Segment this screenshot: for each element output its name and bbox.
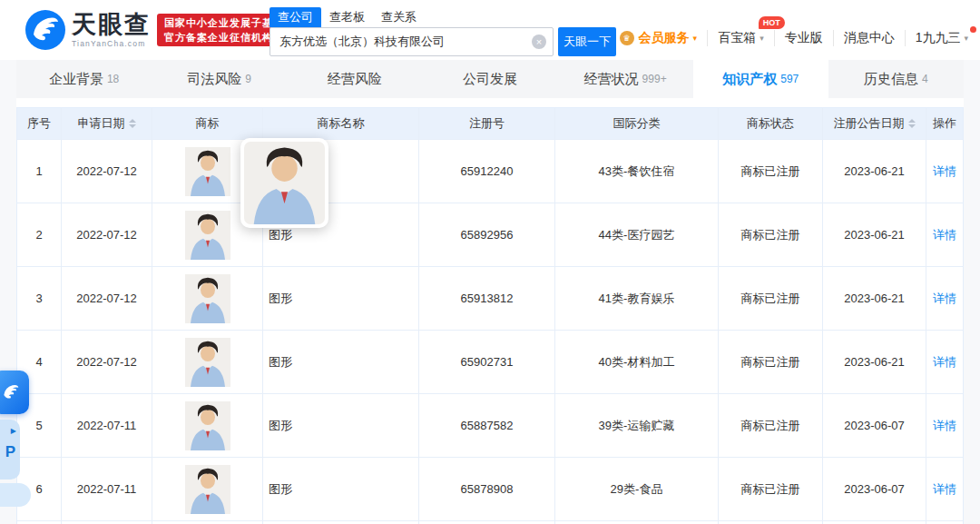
search-tabs: 查公司 查老板 查关系: [270, 7, 616, 27]
cell-trademark: [152, 267, 262, 330]
cell-trademark-name: 图形: [262, 394, 418, 457]
notification-dot: [970, 26, 976, 33]
tab-intellectual-property[interactable]: 知识产权 597: [693, 60, 828, 98]
search-module: 查公司 查老板 查关系 × 天眼一下: [270, 7, 616, 56]
detail-link[interactable]: 详情: [933, 163, 956, 180]
detail-link[interactable]: 详情: [933, 481, 956, 498]
app-float-button[interactable]: [0, 371, 29, 414]
brand-stack[interactable]: 天眼查 TianYanCha.com: [72, 12, 151, 48]
app-download-float[interactable]: ▶ P: [0, 420, 20, 480]
col-reg-no: 注册号: [418, 108, 554, 139]
nav-pro-label: 专业版: [785, 30, 823, 46]
nav-message-center[interactable]: 消息中心: [833, 30, 905, 46]
search-button[interactable]: 天眼一下: [558, 27, 616, 56]
cell-apply-date: 2022-07-11: [61, 394, 152, 457]
cell-reg-no: 65887582: [418, 394, 554, 457]
tab-history-info[interactable]: 历史信息 4: [828, 60, 964, 98]
table-row: 6 2022-07-11 图形 65878908 29类-食品 商标已注册 20…: [17, 457, 963, 520]
tianyancha-logo-icon[interactable]: [25, 10, 65, 50]
play-arrow-icon: ▶: [11, 427, 16, 435]
cell-intl-class: 39类-运输贮藏: [554, 394, 718, 457]
tab-company-background[interactable]: 企业背景 18: [16, 60, 152, 98]
cell-apply-date: 2022-07-12: [61, 203, 152, 266]
tab-count: 999+: [642, 73, 667, 85]
brand-domain: TianYanCha.com: [72, 39, 151, 48]
nav-vip-services[interactable]: ♛ 会员服务 ▾: [610, 30, 708, 46]
cell-reg-no: 65892956: [418, 203, 554, 266]
cell-trademark: [152, 458, 262, 520]
detail-link[interactable]: 详情: [933, 227, 956, 243]
cell-reg-no: 65913812: [418, 267, 554, 330]
detail-link[interactable]: 详情: [933, 354, 956, 371]
page-right-gutter: [964, 60, 980, 524]
hot-badge: HOT: [759, 16, 785, 29]
trademark-image[interactable]: [185, 401, 230, 450]
trademark-image[interactable]: [185, 274, 230, 323]
cell-status: 商标已注册: [718, 140, 822, 203]
tab-count: 4: [922, 73, 928, 85]
cell-index: 3: [17, 267, 61, 330]
cell-trademark: [152, 394, 262, 457]
nav-vip-label: 会员服务: [639, 30, 690, 46]
table-row: 4 2022-07-12 图形 65902731 40类-材料加工 商标已注册 …: [17, 330, 963, 393]
col-pub-date[interactable]: 注册公告日期: [822, 108, 926, 139]
cell-pub-date: 2023-06-07: [822, 394, 926, 457]
cell-pub-date: 2023-06-21: [822, 140, 926, 203]
table-header-row: 序号 申请日期 商标 商标名称 注册号 国际分类 商标状态 注册公告日期 操作: [17, 108, 963, 139]
cell-action: 详情: [926, 458, 963, 520]
tab-label: 经营状况: [584, 71, 639, 88]
search-tab-company[interactable]: 查公司: [270, 7, 321, 27]
cell-intl-class: 29类-食品: [554, 458, 718, 520]
cell-trademark-name: 图形: [262, 458, 418, 520]
sort-icon[interactable]: [908, 119, 916, 128]
cell-trademark-name: 图形: [262, 267, 418, 330]
tab-label: 公司发展: [463, 71, 517, 88]
nav-toolbox[interactable]: HOT 百宝箱 ▾: [707, 30, 774, 46]
cell-index: 2: [17, 203, 61, 266]
table-body: 1 2022-07-12 65912240 43类-餐饮住宿 商标已注册 202…: [17, 139, 963, 520]
tab-count: 9: [245, 73, 251, 85]
tab-label: 经营风险: [328, 71, 382, 88]
search-tab-relation[interactable]: 查关系: [373, 7, 425, 27]
cell-apply-date: 2022-07-12: [61, 140, 152, 203]
cell-apply-date: 2022-07-12: [61, 267, 152, 330]
col-apply-date[interactable]: 申请日期: [61, 108, 152, 139]
tab-judicial-risk[interactable]: 司法风险 9: [152, 60, 287, 98]
cell-action: 详情: [926, 140, 963, 203]
cell-pub-date: 2023-06-21: [822, 331, 926, 393]
cell-status: 商标已注册: [718, 267, 822, 330]
cell-trademark-name: 图形: [262, 331, 418, 393]
nav-user-account[interactable]: 1九九三 ▾: [905, 30, 978, 46]
detail-link[interactable]: 详情: [933, 418, 956, 434]
app-letter: P: [5, 443, 15, 461]
nav-messages-label: 消息中心: [844, 30, 895, 46]
chevron-down-icon: ▾: [693, 34, 698, 43]
trademark-image[interactable]: [185, 211, 230, 260]
search-tab-boss[interactable]: 查老板: [321, 7, 373, 27]
trademark-preview-popup: [240, 138, 328, 228]
cell-status: 商标已注册: [718, 394, 822, 457]
clear-search-icon[interactable]: ×: [532, 35, 546, 49]
tab-company-development[interactable]: 公司发展: [422, 60, 557, 98]
float-pill[interactable]: [0, 483, 31, 507]
chevron-down-icon: ▾: [760, 34, 764, 43]
search-input[interactable]: [270, 27, 554, 56]
detail-link[interactable]: 详情: [933, 291, 956, 307]
trademark-image[interactable]: [185, 338, 230, 387]
tab-operation-risk[interactable]: 经营风险: [287, 60, 422, 98]
cell-action: 详情: [926, 267, 963, 330]
cell-intl-class: 40类-材料加工: [554, 331, 718, 393]
nav-toolbox-label: 百宝箱: [718, 30, 756, 46]
cell-status: 商标已注册: [718, 458, 822, 520]
tab-label: 历史信息: [864, 71, 918, 88]
brand-name: 天眼查: [72, 12, 151, 37]
col-action: 操作: [926, 108, 963, 139]
trademark-image[interactable]: [185, 465, 230, 514]
nav-pro-version[interactable]: 专业版: [774, 30, 833, 46]
trademark-preview-image: [244, 142, 325, 224]
cell-intl-class: 44类-医疗园艺: [554, 203, 718, 266]
table-row: 1 2022-07-12 65912240 43类-餐饮住宿 商标已注册 202…: [17, 139, 963, 203]
tab-operation-status[interactable]: 经营状况 999+: [558, 60, 693, 98]
sort-icon[interactable]: [129, 119, 136, 128]
trademark-image[interactable]: [185, 147, 230, 196]
